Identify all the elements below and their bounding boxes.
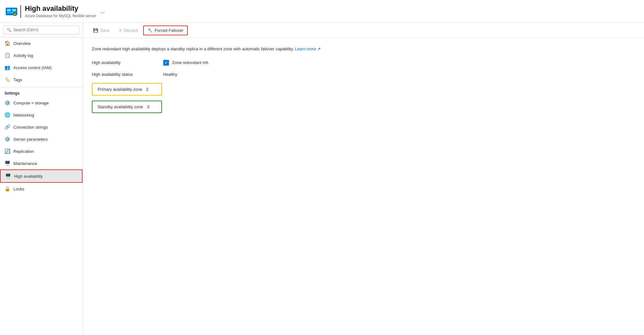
maintenance-icon: 🖥️ — [4, 160, 10, 166]
standby-zone-label: Standby availability zone — [98, 104, 143, 109]
ha-status-row: High availability status Healthy — [92, 72, 635, 77]
sidebar-label-activity-log: Activity log — [13, 53, 33, 58]
sidebar-label-maintenance: Maintenance — [13, 161, 37, 166]
search-placeholder: Search (Ctrl+/) — [13, 28, 38, 32]
server-parameters-icon: ⚙️ — [4, 136, 10, 142]
forced-failover-icon: 🔧 — [148, 28, 153, 33]
external-link-icon: ↗ — [317, 46, 321, 51]
ha-checkbox[interactable] — [163, 60, 169, 66]
overview-icon: 🏠 — [4, 40, 10, 46]
page-icon — [5, 5, 18, 18]
search-icon: 🔍 — [7, 28, 11, 32]
main-content: 💾 Save ✕ Discard 🔧 Forced Failover Zone … — [83, 23, 644, 335]
sidebar-label-tags: Tags — [13, 77, 22, 82]
save-button[interactable]: 💾 Save — [89, 26, 113, 35]
sidebar-label-connection-strings: Connection strings — [13, 125, 48, 130]
discard-label: Discard — [124, 28, 138, 33]
discard-icon: ✕ — [119, 28, 122, 33]
sidebar-label-replication: Replication — [13, 149, 34, 154]
sidebar-item-replication[interactable]: 🔄 Replication — [0, 145, 83, 157]
standby-zone-value: 3 — [147, 104, 149, 109]
forced-failover-button[interactable]: 🔧 Forced Failover — [143, 25, 188, 35]
sidebar-label-networking: Networking — [13, 113, 34, 118]
ha-value-text: Zone redundant HA — [172, 60, 208, 65]
ha-field-label: High availability — [92, 60, 156, 65]
ha-status-value: Healthy — [163, 72, 177, 77]
sidebar-item-tags[interactable]: 🏷️ Tags — [0, 74, 83, 86]
standby-zone-container: Standby availability zone 3 — [92, 101, 635, 113]
sidebar-item-high-availability[interactable]: 🖥️ High availability — [0, 169, 83, 183]
page-subtitle: Azure Database for MySQL flexible server — [25, 14, 96, 18]
svg-rect-1 — [7, 9, 11, 11]
content-area: Zone redundant high availability deploys… — [83, 38, 644, 335]
sidebar-item-access-control[interactable]: 👥 Access control (IAM) — [0, 61, 83, 74]
description-text: Zone redundant high availability deploys… — [92, 46, 635, 52]
more-options-button[interactable]: ... — [100, 8, 105, 15]
sidebar-label-compute-storage: Compute + storage — [13, 101, 49, 105]
sidebar-label-access-control: Access control (IAM) — [13, 65, 52, 70]
primary-zone-value: 2 — [146, 87, 148, 92]
replication-icon: 🔄 — [4, 148, 10, 154]
settings-section-label: Settings — [0, 87, 83, 97]
svg-rect-2 — [12, 9, 16, 11]
sidebar-item-compute-storage[interactable]: ⚙️ Compute + storage — [0, 97, 83, 109]
main-layout: 🔍 Search (Ctrl+/) « 🏠 Overview 📋 Activit… — [0, 23, 644, 335]
forced-failover-label: Forced Failover — [155, 28, 183, 33]
search-input[interactable]: 🔍 Search (Ctrl+/) — [3, 25, 79, 34]
activity-log-icon: 📋 — [4, 53, 10, 58]
toolbar: 💾 Save ✕ Discard 🔧 Forced Failover — [83, 23, 644, 38]
header-divider — [20, 5, 21, 18]
ha-field-value: Zone redundant HA — [163, 60, 208, 66]
discard-button[interactable]: ✕ Discard — [115, 26, 142, 35]
sidebar-item-activity-log[interactable]: 📋 Activity log — [0, 49, 83, 61]
sidebar-item-maintenance[interactable]: 🖥️ Maintenance — [0, 157, 83, 169]
header-text-block: High availability Azure Database for MyS… — [25, 4, 96, 18]
sidebar-item-server-parameters[interactable]: ⚙️ Server parameters — [0, 133, 83, 145]
sidebar-item-networking[interactable]: 🌐 Networking — [0, 109, 83, 121]
connection-strings-icon: 🔗 — [4, 124, 10, 130]
sidebar-nav: 🏠 Overview 📋 Activity log 👥 Access contr… — [0, 37, 83, 335]
page-header: High availability Azure Database for MyS… — [0, 0, 644, 23]
standby-zone-box: Standby availability zone 3 — [92, 101, 162, 113]
primary-zone-label: Primary availability zone — [98, 87, 142, 92]
tags-icon: 🏷️ — [4, 77, 10, 82]
learn-more-link[interactable]: Learn more — [295, 46, 316, 51]
save-label: Save — [100, 28, 110, 33]
compute-storage-icon: ⚙️ — [4, 100, 10, 106]
save-icon: 💾 — [93, 28, 98, 33]
page-title: High availability — [25, 4, 96, 13]
sidebar-label-high-availability: High availability — [14, 174, 43, 179]
sidebar-header-row: 🔍 Search (Ctrl+/) « — [0, 23, 83, 37]
sidebar: 🔍 Search (Ctrl+/) « 🏠 Overview 📋 Activit… — [0, 23, 83, 335]
ha-status-label: High availability status — [92, 72, 156, 77]
high-availability-icon: 🖥️ — [5, 173, 11, 179]
high-availability-row: High availability Zone redundant HA — [92, 60, 635, 66]
primary-zone-box: Primary availability zone 2 — [92, 83, 162, 96]
sidebar-item-overview[interactable]: 🏠 Overview — [0, 37, 83, 49]
networking-icon: 🌐 — [4, 112, 10, 118]
sidebar-label-overview: Overview — [13, 41, 31, 46]
locks-icon: 🔒 — [4, 186, 10, 192]
sidebar-label-locks: Locks — [13, 187, 24, 191]
sidebar-item-locks[interactable]: 🔒 Locks — [0, 183, 83, 195]
ha-status-text: Healthy — [163, 72, 177, 77]
primary-zone-container: Primary availability zone 2 — [92, 83, 635, 96]
access-control-icon: 👥 — [4, 65, 10, 70]
sidebar-item-connection-strings[interactable]: 🔗 Connection strings — [0, 121, 83, 133]
description-main: Zone redundant high availability deploys… — [92, 46, 294, 51]
sidebar-label-server-parameters: Server parameters — [13, 137, 48, 142]
